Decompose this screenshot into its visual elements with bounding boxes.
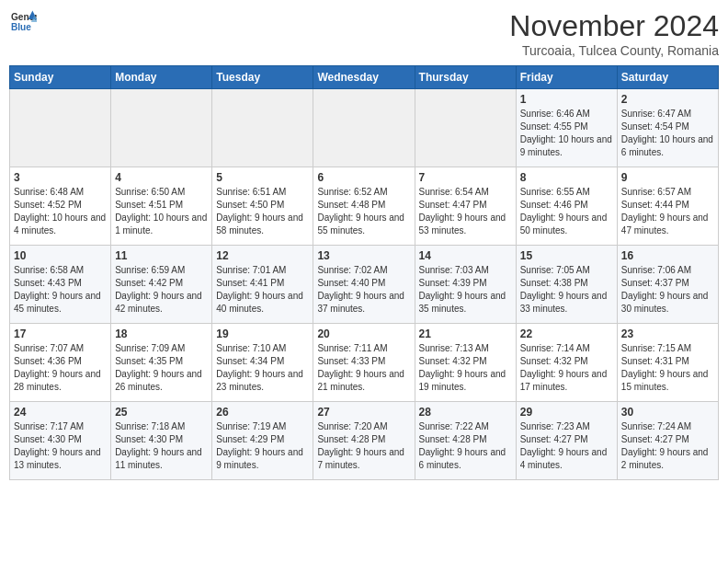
day-number: 21 bbox=[419, 327, 512, 340]
calendar-cell: 27Sunrise: 7:20 AM Sunset: 4:28 PM Dayli… bbox=[313, 402, 415, 480]
day-info: Sunrise: 7:22 AM Sunset: 4:28 PM Dayligh… bbox=[419, 420, 512, 472]
calendar-cell bbox=[313, 89, 415, 167]
day-number: 9 bbox=[621, 171, 714, 184]
day-number: 3 bbox=[14, 171, 107, 184]
calendar-cell: 1Sunrise: 6:46 AM Sunset: 4:55 PM Daylig… bbox=[516, 89, 617, 167]
day-number: 20 bbox=[317, 327, 410, 340]
day-number: 10 bbox=[14, 249, 107, 262]
day-info: Sunrise: 7:20 AM Sunset: 4:28 PM Dayligh… bbox=[317, 420, 410, 472]
day-info: Sunrise: 7:09 AM Sunset: 4:35 PM Dayligh… bbox=[115, 342, 208, 394]
day-number: 1 bbox=[520, 93, 613, 106]
day-info: Sunrise: 7:24 AM Sunset: 4:27 PM Dayligh… bbox=[621, 420, 714, 472]
day-number: 4 bbox=[115, 171, 208, 184]
day-number: 16 bbox=[621, 249, 714, 262]
day-info: Sunrise: 7:05 AM Sunset: 4:38 PM Dayligh… bbox=[520, 264, 613, 316]
calendar-cell bbox=[10, 89, 111, 167]
calendar-cell: 21Sunrise: 7:13 AM Sunset: 4:32 PM Dayli… bbox=[415, 324, 516, 402]
day-info: Sunrise: 6:58 AM Sunset: 4:43 PM Dayligh… bbox=[14, 264, 107, 316]
calendar-week-5: 24Sunrise: 7:17 AM Sunset: 4:30 PM Dayli… bbox=[10, 402, 719, 480]
day-number: 14 bbox=[419, 249, 512, 262]
weekday-header-saturday: Saturday bbox=[617, 66, 718, 89]
calendar-cell: 18Sunrise: 7:09 AM Sunset: 4:35 PM Dayli… bbox=[111, 324, 212, 402]
weekday-header-thursday: Thursday bbox=[415, 66, 516, 89]
location-subtitle: Turcoaia, Tulcea County, Romania bbox=[509, 43, 719, 58]
calendar-cell: 15Sunrise: 7:05 AM Sunset: 4:38 PM Dayli… bbox=[516, 246, 617, 324]
weekday-header-monday: Monday bbox=[111, 66, 212, 89]
day-number: 8 bbox=[520, 171, 613, 184]
calendar-cell: 25Sunrise: 7:18 AM Sunset: 4:30 PM Dayli… bbox=[111, 402, 212, 480]
weekday-header-sunday: Sunday bbox=[10, 66, 111, 89]
day-info: Sunrise: 6:48 AM Sunset: 4:52 PM Dayligh… bbox=[14, 186, 107, 237]
day-info: Sunrise: 7:19 AM Sunset: 4:29 PM Dayligh… bbox=[216, 420, 309, 472]
day-number: 25 bbox=[115, 406, 208, 419]
calendar-cell: 8Sunrise: 6:55 AM Sunset: 4:46 PM Daylig… bbox=[516, 167, 617, 246]
calendar-cell: 11Sunrise: 6:59 AM Sunset: 4:42 PM Dayli… bbox=[111, 246, 212, 324]
day-number: 2 bbox=[621, 93, 714, 106]
day-info: Sunrise: 7:13 AM Sunset: 4:32 PM Dayligh… bbox=[419, 342, 512, 394]
day-info: Sunrise: 7:11 AM Sunset: 4:33 PM Dayligh… bbox=[317, 342, 410, 394]
calendar-cell: 24Sunrise: 7:17 AM Sunset: 4:30 PM Dayli… bbox=[10, 402, 111, 480]
day-number: 5 bbox=[216, 171, 309, 184]
day-number: 17 bbox=[14, 327, 107, 340]
day-info: Sunrise: 7:02 AM Sunset: 4:40 PM Dayligh… bbox=[317, 264, 410, 316]
day-number: 15 bbox=[520, 249, 613, 262]
calendar-week-1: 1Sunrise: 6:46 AM Sunset: 4:55 PM Daylig… bbox=[10, 89, 719, 167]
day-info: Sunrise: 7:10 AM Sunset: 4:34 PM Dayligh… bbox=[216, 342, 309, 394]
day-number: 23 bbox=[621, 327, 714, 340]
calendar-cell: 4Sunrise: 6:50 AM Sunset: 4:51 PM Daylig… bbox=[111, 167, 212, 246]
day-info: Sunrise: 6:51 AM Sunset: 4:50 PM Dayligh… bbox=[216, 186, 309, 237]
day-info: Sunrise: 6:46 AM Sunset: 4:55 PM Dayligh… bbox=[520, 108, 613, 159]
day-info: Sunrise: 7:06 AM Sunset: 4:37 PM Dayligh… bbox=[621, 264, 714, 316]
calendar-cell: 22Sunrise: 7:14 AM Sunset: 4:32 PM Dayli… bbox=[516, 324, 617, 402]
calendar-cell: 6Sunrise: 6:52 AM Sunset: 4:48 PM Daylig… bbox=[313, 167, 415, 246]
calendar-cell: 19Sunrise: 7:10 AM Sunset: 4:34 PM Dayli… bbox=[212, 324, 313, 402]
calendar-cell: 12Sunrise: 7:01 AM Sunset: 4:41 PM Dayli… bbox=[212, 246, 313, 324]
calendar-cell: 17Sunrise: 7:07 AM Sunset: 4:36 PM Dayli… bbox=[10, 324, 111, 402]
logo-icon: General Blue bbox=[11, 9, 37, 35]
calendar-cell: 3Sunrise: 6:48 AM Sunset: 4:52 PM Daylig… bbox=[10, 167, 111, 246]
day-info: Sunrise: 6:47 AM Sunset: 4:54 PM Dayligh… bbox=[621, 108, 714, 159]
day-info: Sunrise: 7:14 AM Sunset: 4:32 PM Dayligh… bbox=[520, 342, 613, 394]
weekday-header-tuesday: Tuesday bbox=[212, 66, 313, 89]
day-info: Sunrise: 6:55 AM Sunset: 4:46 PM Dayligh… bbox=[520, 186, 613, 237]
day-number: 11 bbox=[115, 249, 208, 262]
day-info: Sunrise: 7:17 AM Sunset: 4:30 PM Dayligh… bbox=[14, 420, 107, 472]
day-number: 22 bbox=[520, 327, 613, 340]
calendar-cell: 26Sunrise: 7:19 AM Sunset: 4:29 PM Dayli… bbox=[212, 402, 313, 480]
calendar-cell bbox=[212, 89, 313, 167]
day-number: 27 bbox=[317, 406, 410, 419]
day-number: 19 bbox=[216, 327, 309, 340]
logo: General Blue bbox=[9, 9, 37, 39]
day-info: Sunrise: 6:50 AM Sunset: 4:51 PM Dayligh… bbox=[115, 186, 208, 237]
day-info: Sunrise: 7:03 AM Sunset: 4:39 PM Dayligh… bbox=[419, 264, 512, 316]
day-info: Sunrise: 6:57 AM Sunset: 4:44 PM Dayligh… bbox=[621, 186, 714, 237]
weekday-header-row: SundayMondayTuesdayWednesdayThursdayFrid… bbox=[10, 66, 719, 89]
calendar-cell: 10Sunrise: 6:58 AM Sunset: 4:43 PM Dayli… bbox=[10, 246, 111, 324]
day-number: 12 bbox=[216, 249, 309, 262]
weekday-header-friday: Friday bbox=[516, 66, 617, 89]
day-number: 29 bbox=[520, 406, 613, 419]
calendar-cell: 29Sunrise: 7:23 AM Sunset: 4:27 PM Dayli… bbox=[516, 402, 617, 480]
day-info: Sunrise: 6:59 AM Sunset: 4:42 PM Dayligh… bbox=[115, 264, 208, 316]
calendar-cell: 20Sunrise: 7:11 AM Sunset: 4:33 PM Dayli… bbox=[313, 324, 415, 402]
calendar-week-2: 3Sunrise: 6:48 AM Sunset: 4:52 PM Daylig… bbox=[10, 167, 719, 246]
calendar-body: 1Sunrise: 6:46 AM Sunset: 4:55 PM Daylig… bbox=[10, 89, 719, 480]
day-number: 28 bbox=[419, 406, 512, 419]
calendar-cell: 14Sunrise: 7:03 AM Sunset: 4:39 PM Dayli… bbox=[415, 246, 516, 324]
weekday-header-wednesday: Wednesday bbox=[313, 66, 415, 89]
calendar-cell: 7Sunrise: 6:54 AM Sunset: 4:47 PM Daylig… bbox=[415, 167, 516, 246]
day-number: 26 bbox=[216, 406, 309, 419]
day-info: Sunrise: 7:01 AM Sunset: 4:41 PM Dayligh… bbox=[216, 264, 309, 316]
day-number: 7 bbox=[419, 171, 512, 184]
calendar-cell bbox=[415, 89, 516, 167]
day-info: Sunrise: 7:18 AM Sunset: 4:30 PM Dayligh… bbox=[115, 420, 208, 472]
calendar-table: SundayMondayTuesdayWednesdayThursdayFrid… bbox=[9, 65, 719, 480]
calendar-cell: 5Sunrise: 6:51 AM Sunset: 4:50 PM Daylig… bbox=[212, 167, 313, 246]
day-number: 13 bbox=[317, 249, 410, 262]
day-number: 6 bbox=[317, 171, 410, 184]
day-info: Sunrise: 7:15 AM Sunset: 4:31 PM Dayligh… bbox=[621, 342, 714, 394]
calendar-cell: 9Sunrise: 6:57 AM Sunset: 4:44 PM Daylig… bbox=[617, 167, 718, 246]
calendar-cell: 2Sunrise: 6:47 AM Sunset: 4:54 PM Daylig… bbox=[617, 89, 718, 167]
page-header: General Blue November 2024 Turcoaia, Tul… bbox=[9, 9, 719, 58]
svg-text:Blue: Blue bbox=[11, 22, 31, 32]
